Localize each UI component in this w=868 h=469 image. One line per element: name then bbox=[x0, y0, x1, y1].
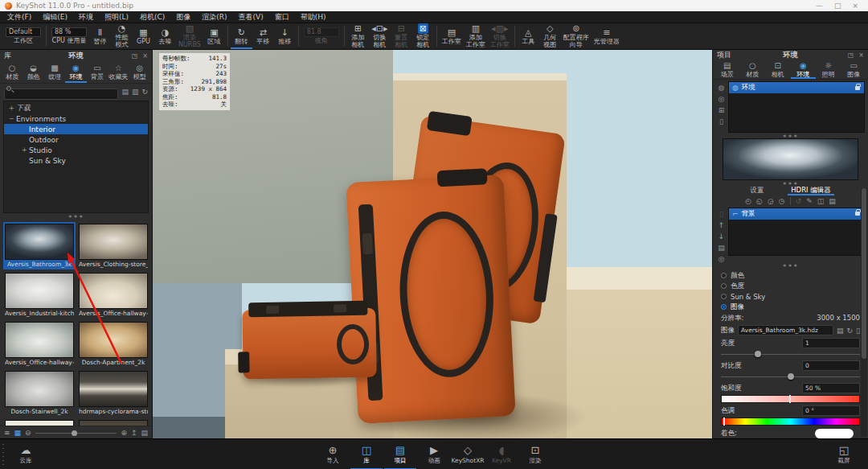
close-panel-icon[interactable]: × bbox=[142, 52, 148, 60]
lib-tab-models[interactable]: ◎ 模型 bbox=[129, 62, 150, 83]
brightness-value-field[interactable]: 1 bbox=[802, 338, 860, 348]
switch-studio-button[interactable]: ◂▥▸ 切换 工作室 bbox=[488, 23, 512, 49]
cpu-usage-dropdown[interactable]: 88 % CPU 使用量 bbox=[49, 23, 89, 49]
light-manager-button[interactable]: ≡ 光管理器 bbox=[592, 23, 622, 49]
region-button[interactable]: ▣ 区域 bbox=[203, 23, 225, 49]
open-image-icon[interactable]: ▤ bbox=[837, 327, 844, 335]
environment-preview-image[interactable] bbox=[723, 138, 858, 180]
menu-item[interactable]: 文件(F) bbox=[2, 11, 37, 23]
fov-field[interactable]: 81.8 视角 bbox=[301, 23, 342, 49]
geometry-view-button[interactable]: ◇ 几何 视图 bbox=[539, 23, 561, 49]
float-panel-icon[interactable]: ◳ bbox=[132, 52, 138, 60]
edit-hdri-icon[interactable]: ✎ bbox=[806, 197, 813, 205]
menu-item[interactable]: 图像 bbox=[170, 11, 196, 23]
lock-camera-button[interactable]: ⊠ 锁定 相机 bbox=[412, 23, 434, 49]
dock-project-button[interactable]: ▤ 项目 bbox=[384, 439, 416, 469]
render-nurbs-button[interactable]: ▧ 渲染 NURBS bbox=[176, 23, 203, 49]
zoom-out-icon[interactable]: ⊖ bbox=[25, 427, 31, 438]
dock-library-button[interactable]: ◫ 库 bbox=[350, 439, 383, 469]
thumbnail-size-slider[interactable] bbox=[35, 427, 117, 438]
thumb-aversis-clothing-store[interactable]: Aversis_Clothing-store_3k bbox=[77, 222, 149, 269]
radio-sun-sky[interactable]: Sun & Sky bbox=[721, 291, 860, 302]
move-up-icon[interactable]: ↑ bbox=[719, 221, 725, 229]
performance-mode-button[interactable]: ◔ 性能 模式 bbox=[111, 23, 133, 49]
lib-tab-backplates[interactable]: ▭ 背景 bbox=[87, 62, 108, 83]
reset-hdri-icon[interactable]: ↺ bbox=[796, 197, 802, 205]
dock-render-button[interactable]: ⊡ 渲染 bbox=[519, 439, 551, 469]
lib-tab-textures[interactable]: ▩ 纹理 bbox=[44, 62, 65, 83]
environment-settings-icon[interactable]: ◎ bbox=[719, 95, 725, 103]
tree-expander-icon[interactable]: + bbox=[9, 105, 16, 112]
menu-item[interactable]: 渲染(R) bbox=[196, 11, 232, 23]
thumb-hdrmaps-cyclorama[interactable]: hdrmaps-cyclorama-stu... bbox=[77, 369, 149, 417]
gradient-marker[interactable] bbox=[789, 395, 791, 403]
duplicate-environment-icon[interactable]: ⊞ bbox=[719, 106, 725, 114]
add-image-pin-icon[interactable]: ◶ bbox=[768, 197, 774, 205]
environment-list-item[interactable]: ◍ 环境 bbox=[729, 82, 864, 93]
prj-tab-lighting[interactable]: ☼ 照明 bbox=[816, 60, 841, 79]
tree-expander-icon[interactable]: − bbox=[9, 115, 16, 122]
tumble-button[interactable]: ↻ 翻转 bbox=[231, 23, 252, 49]
dock-import-button[interactable]: ⊕ 导入 bbox=[317, 439, 349, 469]
locate-icon[interactable]: ◎ bbox=[719, 255, 725, 263]
dock-keyvr-button[interactable]: ◖ KeyVR bbox=[485, 439, 518, 469]
environment-icon[interactable]: ◍ bbox=[719, 84, 725, 92]
tint-color-swatch[interactable] bbox=[815, 429, 854, 438]
show-folder-icon[interactable]: ▤ bbox=[141, 427, 148, 438]
configurator-wizard-button[interactable]: ⊚ 配置程序 向导 bbox=[561, 23, 592, 49]
panel-resize-handle[interactable] bbox=[0, 213, 152, 219]
pan-button[interactable]: ⇄ 平移 bbox=[252, 23, 274, 49]
tree-item-downloads[interactable]: + 下载 bbox=[4, 103, 148, 113]
image-filename-field[interactable]: Aversis_Bathroom_3k.hdz bbox=[738, 325, 833, 335]
open-hdri-icon[interactable]: ▤ bbox=[829, 197, 836, 205]
contrast-slider[interactable] bbox=[721, 372, 860, 381]
save-hdri-icon[interactable]: ◫ bbox=[817, 197, 825, 205]
reset-camera-button[interactable]: ⊟ 重置 相机 bbox=[391, 23, 412, 49]
tree-item-outdoor[interactable]: Outdoor bbox=[4, 134, 148, 145]
3d-viewport[interactable]: 每秒帧数: 141.3 时间: 27s 采样值: 243 三角形: bbox=[153, 50, 712, 438]
prj-tab-image[interactable]: ▭ 图像 bbox=[841, 60, 867, 79]
thumb-partial-2[interactable] bbox=[77, 418, 149, 426]
gradient-marker[interactable] bbox=[723, 418, 725, 426]
slider-thumb[interactable] bbox=[788, 373, 794, 380]
tree-expander-icon[interactable]: + bbox=[22, 146, 29, 154]
prj-tab-material[interactable]: ○ 材质 bbox=[740, 60, 766, 79]
thumb-aversis-office-hallway-w[interactable]: Aversis_Office-hallway-w... bbox=[3, 320, 76, 368]
panel-resize-handle[interactable] bbox=[713, 133, 868, 138]
move-down-icon[interactable]: ↓ bbox=[719, 232, 725, 241]
saturation-value-field[interactable]: 50 % bbox=[802, 383, 860, 393]
search-input[interactable] bbox=[4, 88, 118, 100]
upload-to-cloud-icon[interactable]: ↥ bbox=[131, 427, 137, 438]
menu-item[interactable]: 查看(V) bbox=[233, 11, 269, 23]
menu-item[interactable]: 环境 bbox=[73, 11, 99, 23]
thumb-partial-1[interactable] bbox=[3, 418, 76, 426]
panel-scrollbar[interactable] bbox=[861, 188, 867, 437]
brightness-slider[interactable] bbox=[721, 350, 860, 358]
switch-camera-button[interactable]: ◂⊡▸ 切换 相机 bbox=[369, 23, 391, 49]
tab-settings[interactable]: 设置 bbox=[747, 185, 767, 195]
delete-environment-icon[interactable]: ▯ bbox=[719, 117, 723, 125]
dock-cloud-library-button[interactable]: ☁ 云库 bbox=[10, 439, 42, 469]
tree-item-environments[interactable]: − Environments bbox=[4, 113, 148, 124]
float-panel-icon[interactable]: ◳ bbox=[848, 51, 854, 59]
thumb-dosch-apartment[interactable]: Dosch-Apartment_2k bbox=[77, 320, 149, 368]
lock-icon[interactable] bbox=[855, 212, 860, 216]
contrast-value-field[interactable]: 0 bbox=[802, 360, 860, 371]
hue-value-field[interactable]: 0 ° bbox=[802, 405, 860, 416]
hue-gradient-slider[interactable] bbox=[721, 418, 860, 426]
tab-hdri-editor[interactable]: HDRI 编辑器 bbox=[788, 185, 834, 195]
menu-item[interactable]: 照明(L) bbox=[99, 11, 134, 23]
tools-button[interactable]: ◬ 工具 bbox=[518, 23, 539, 49]
add-sun-pin-icon[interactable]: ◷ bbox=[779, 197, 785, 205]
dolly-button[interactable]: ↓ 推移 bbox=[274, 23, 296, 49]
thumb-aversis-bathroom[interactable]: Aversis_Bathroom_3k bbox=[3, 222, 76, 269]
close-button[interactable]: × bbox=[852, 2, 858, 10]
tree-item-interior[interactable]: Interior bbox=[4, 124, 148, 134]
lib-tab-favorites[interactable]: ☆ 收藏夹 bbox=[108, 62, 129, 83]
thumb-dosch-stairwell[interactable]: Dosch-Stairwell_2k bbox=[3, 369, 76, 417]
minimize-button[interactable]: — bbox=[816, 2, 823, 10]
import-folder-icon[interactable]: ▤ bbox=[121, 88, 129, 96]
slider-thumb[interactable] bbox=[755, 351, 761, 357]
studio-button[interactable]: ▤ 工作室 bbox=[440, 23, 464, 49]
close-panel-icon[interactable]: × bbox=[858, 51, 864, 59]
